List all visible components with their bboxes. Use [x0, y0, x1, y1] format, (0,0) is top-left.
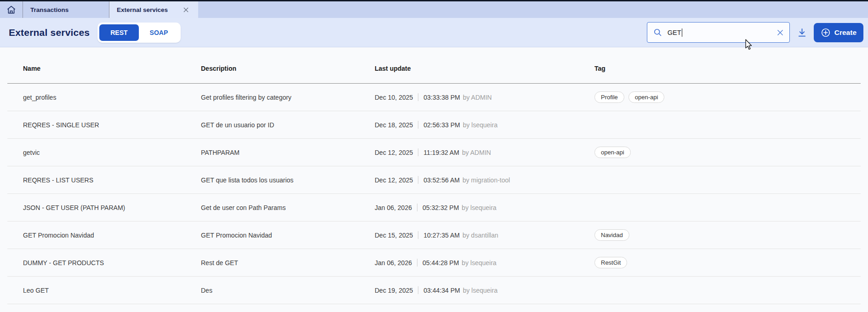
page-header: External services REST SOAP GET: [0, 18, 868, 47]
cell-name: get_profiles: [23, 94, 201, 101]
cell-date: Dec 10, 2025: [375, 94, 413, 101]
rest-soap-toggle: REST SOAP: [97, 23, 181, 43]
date-time-divider: [417, 259, 417, 267]
cell-name: GET Promocion Navidad: [23, 232, 201, 239]
cell-updated-by: by dsantillan: [463, 232, 498, 239]
table-row[interactable]: get_profiles Get profiles filtering by c…: [7, 84, 861, 111]
cell-last-update: Dec 15, 2025 10:27:35 AM by dsantillan: [375, 231, 594, 239]
cell-description: GET Promocion Navidad: [201, 232, 375, 239]
cell-date: Jan 06, 2026: [375, 259, 412, 267]
cell-date: Jan 06, 2026: [375, 204, 412, 211]
cell-tags: Profileopen-api: [594, 91, 861, 103]
tag-pill: Profile: [594, 91, 624, 103]
table-row[interactable]: JSON - GET USER (PATH PARAM) Get de user…: [7, 194, 861, 221]
cell-time: 03:33:38 PM: [423, 94, 460, 101]
cell-name: Leo GET: [23, 287, 201, 294]
table-body: get_profiles Get profiles filtering by c…: [7, 84, 861, 304]
page-title: External services: [9, 27, 90, 38]
clear-search-icon[interactable]: [777, 29, 784, 36]
search-icon: [653, 28, 662, 37]
cell-time: 03:44:34 PM: [423, 287, 460, 294]
cell-last-update: Dec 19, 2025 03:44:34 PM by lsequeira: [375, 286, 594, 294]
search-input[interactable]: GET: [647, 22, 790, 43]
cell-last-update: Dec 18, 2025 02:56:33 PM by lsequeira: [375, 121, 594, 129]
cell-time: 05:32:32 PM: [423, 204, 459, 211]
toggle-rest-button[interactable]: REST: [99, 24, 138, 41]
column-header-tag: Tag: [594, 65, 861, 72]
tag-pill: Navidad: [594, 229, 629, 241]
table-row[interactable]: DUMMY - GET PRODUCTS Rest de GET Jan 06,…: [7, 249, 861, 277]
date-time-divider: [418, 176, 418, 184]
table-row[interactable]: getvic PATHPARAM Dec 12, 2025 11:19:32 A…: [7, 139, 861, 166]
cell-name: REQRES - LIST USERS: [23, 176, 201, 184]
cell-date: Dec 15, 2025: [375, 232, 413, 239]
tab-external-services[interactable]: External services: [109, 1, 198, 18]
date-time-divider: [418, 286, 418, 294]
cell-tags: open-api: [594, 147, 861, 158]
cell-description: Get profiles filtering by category: [201, 94, 375, 101]
cell-updated-by: by migration-tool: [463, 176, 510, 184]
cell-date: Dec 12, 2025: [375, 176, 413, 184]
tab-bar: Transactions External services: [0, 1, 868, 18]
cell-name: JSON - GET USER (PATH PARAM): [23, 204, 201, 211]
plus-circle-icon: [821, 28, 831, 38]
table-header-row: Name Description Last update Tag: [7, 47, 861, 84]
cell-updated-by: by lsequeira: [463, 287, 498, 294]
cell-date: Dec 12, 2025: [375, 149, 413, 156]
cell-updated-by: by ADMIN: [462, 149, 491, 156]
cell-description: GET de un usuario por ID: [201, 121, 375, 129]
cell-name: getvic: [23, 149, 201, 156]
column-header-last-update: Last update: [375, 65, 594, 72]
cell-description: Rest de GET: [201, 259, 375, 267]
toggle-soap-button[interactable]: SOAP: [139, 24, 179, 41]
cell-date: Dec 18, 2025: [375, 121, 413, 129]
cell-date: Dec 19, 2025: [375, 287, 413, 294]
cell-description: GET que lista todos los usuarios: [201, 176, 375, 184]
table-row[interactable]: GET Promocion Navidad GET Promocion Navi…: [7, 221, 861, 249]
cell-updated-by: by lsequeira: [462, 204, 497, 211]
tag-pill: open-api: [594, 147, 631, 158]
cell-description: PATHPARAM: [201, 149, 375, 156]
cell-time: 11:19:32 AM: [423, 149, 459, 156]
home-icon: [6, 5, 17, 15]
column-header-description: Description: [201, 65, 375, 72]
tab-label: Transactions: [30, 6, 69, 13]
table-row[interactable]: REQRES - LIST USERS GET que lista todos …: [7, 166, 861, 194]
cell-time: 02:56:33 PM: [423, 121, 460, 129]
services-table: Name Description Last update Tag get_pro…: [7, 47, 861, 304]
cell-name: DUMMY - GET PRODUCTS: [23, 259, 201, 267]
cell-tags: RestGit: [594, 257, 861, 268]
cell-name: REQRES - SINGLE USER: [23, 121, 201, 129]
close-icon[interactable]: [183, 7, 189, 13]
table-row[interactable]: Leo GET Des Dec 19, 2025 03:44:34 PM by …: [7, 277, 861, 304]
cell-updated-by: by lsequeira: [462, 259, 497, 267]
cell-time: 05:44:28 PM: [423, 259, 459, 267]
cell-last-update: Jan 06, 2026 05:32:32 PM by lsequeira: [375, 204, 594, 211]
table-row[interactable]: REQRES - SINGLE USER GET de un usuario p…: [7, 111, 861, 139]
tab-label: External services: [117, 6, 168, 13]
tag-pill: RestGit: [594, 257, 627, 268]
cell-description: Get de user con Path Params: [201, 204, 375, 211]
cell-updated-by: by lsequeira: [463, 121, 498, 129]
cell-last-update: Jan 06, 2026 05:44:28 PM by lsequeira: [375, 259, 594, 267]
text-caret: [682, 28, 683, 37]
cell-updated-by: by ADMIN: [463, 94, 492, 101]
cell-last-update: Dec 12, 2025 03:52:56 AM by migration-to…: [375, 176, 594, 184]
home-button[interactable]: [0, 1, 23, 18]
search-value: GET: [668, 29, 681, 36]
cell-tags: Navidad: [594, 229, 861, 241]
tab-transactions[interactable]: Transactions: [23, 1, 109, 18]
date-time-divider: [418, 148, 418, 156]
cell-last-update: Dec 10, 2025 03:33:38 PM by ADMIN: [375, 93, 594, 101]
date-time-divider: [418, 231, 418, 239]
create-button-label: Create: [834, 28, 857, 37]
date-time-divider: [418, 93, 418, 101]
tag-pill: open-api: [628, 91, 665, 103]
date-time-divider: [418, 121, 418, 129]
create-button[interactable]: Create: [814, 23, 863, 42]
date-time-divider: [417, 204, 417, 211]
cell-last-update: Dec 12, 2025 11:19:32 AM by ADMIN: [375, 148, 594, 156]
download-icon[interactable]: [797, 28, 807, 38]
column-header-name: Name: [23, 65, 201, 72]
cell-time: 03:52:56 AM: [423, 176, 460, 184]
